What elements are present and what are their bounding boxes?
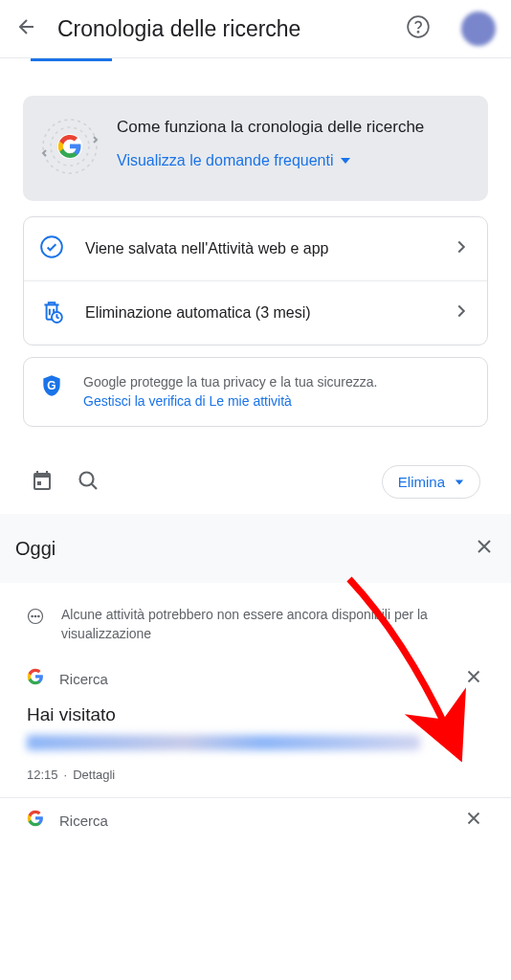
info-card: Come funziona la cronologia delle ricerc… [23,96,488,201]
activity-details-link[interactable]: Dettagli [73,768,115,782]
info-card-title: Come funziona la cronologia delle ricerc… [117,117,471,139]
svg-point-1 [417,32,418,33]
app-header: Cronologia delle ricerche [0,0,511,58]
availability-notice: Alcune attività potrebbero non essere an… [15,583,496,657]
saved-activity-row[interactable]: Viene salvata nell'Attività web e app [24,217,487,280]
delete-button[interactable]: Elimina [382,465,480,499]
calendar-icon[interactable] [31,469,54,496]
activity-item: Ricerca Hai visitato 12:15 · Dettagli [15,657,496,788]
caret-down-icon [340,155,351,167]
delete-activity-icon[interactable] [463,666,484,691]
privacy-description: Google protegge la tua privacy e la tua … [83,374,377,390]
notice-text: Alcune attività potrebbero non essere an… [61,606,484,643]
avatar[interactable] [461,11,496,46]
svg-point-0 [408,16,429,37]
privacy-text: Google protegge la tua privacy e la tua … [83,373,377,411]
today-label: Oggi [15,538,473,560]
checkmark-circle-icon [39,234,64,263]
today-section-header: Oggi [0,514,511,583]
activity-time: 12:15 [27,768,58,782]
auto-delete-row[interactable]: Eliminazione automatica (3 mesi) [24,280,487,345]
activity-url-redacted [27,735,420,750]
faq-link[interactable]: Visualizza le domande frequenti [117,152,471,169]
more-circle-icon [27,608,44,629]
caret-down-icon [455,478,464,487]
activity-app-name: Ricerca [59,671,448,687]
faq-link-label: Visualizza le domande frequenti [117,152,334,169]
settings-card: Viene salvata nell'Attività web e app El… [23,216,488,345]
svg-point-11 [34,615,36,617]
google-logo-icon [40,117,100,180]
auto-delete-label: Eliminazione automatica (3 mesi) [85,304,430,322]
privacy-card: G Google protegge la tua privacy e la tu… [23,357,488,427]
svg-point-10 [32,615,33,617]
activity-app-name: Ricerca [59,813,448,829]
svg-text:G: G [47,379,56,392]
google-g-icon [27,668,44,689]
svg-point-8 [80,472,94,485]
delete-button-label: Elimina [398,474,445,490]
search-icon[interactable] [77,469,100,496]
svg-point-5 [41,236,62,257]
activity-meta: 12:15 · Dettagli [27,768,484,782]
back-arrow-icon[interactable] [15,15,38,42]
privacy-link[interactable]: Gestisci la verifica di Le mie attività [83,393,292,409]
auto-delete-icon [39,299,64,327]
chevron-right-icon [451,301,472,325]
chevron-right-icon [451,236,472,261]
activity-toolbar: Elimina [15,438,496,514]
shield-icon: G [39,373,64,402]
help-icon[interactable] [406,14,431,43]
page-title: Cronologia delle ricerche [57,16,387,42]
svg-point-12 [38,615,40,617]
activity-visited-label: Hai visitato [27,704,484,725]
close-icon[interactable] [473,535,496,562]
saved-activity-label: Viene salvata nell'Attività web e app [85,240,430,257]
delete-activity-icon[interactable] [463,808,484,833]
activity-item: Ricerca [15,798,496,838]
google-g-icon [27,810,44,831]
